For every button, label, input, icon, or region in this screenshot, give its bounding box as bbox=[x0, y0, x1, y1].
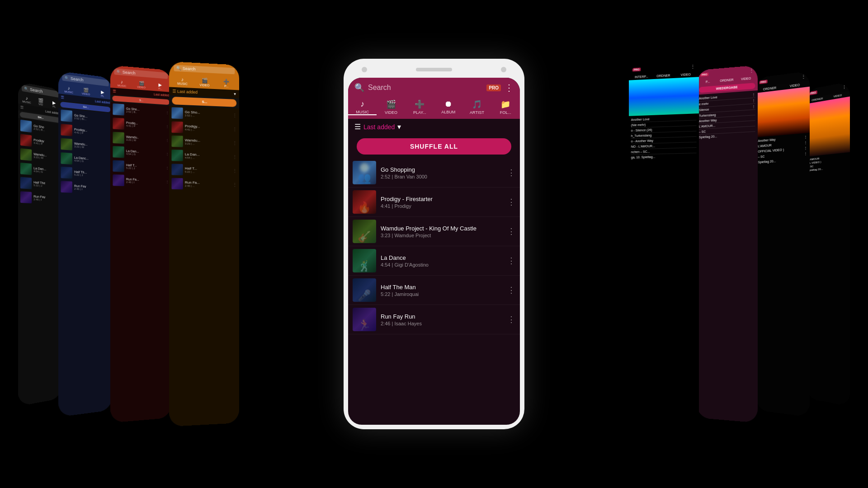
track-meta: 5:22 | Jamiroquai bbox=[381, 291, 503, 297]
bg-pro-r2: PRO bbox=[759, 80, 767, 84]
shuffle-all-button[interactable]: SHUFFLE ALL bbox=[357, 138, 511, 155]
track-info: Wamdue Project - King Of My Castle 3:23 … bbox=[381, 225, 503, 238]
album-tab-icon: ⏺ bbox=[444, 99, 453, 109]
thumb-silhouette: 🎸 bbox=[358, 230, 371, 243]
album-tab-label: ALBUM bbox=[441, 110, 455, 114]
track-meta: 4:54 | Gigi D'Agostino bbox=[381, 262, 503, 267]
tab-video[interactable]: 🎬 VIDEO bbox=[377, 99, 405, 115]
artist-tab-label: ARTIST bbox=[470, 110, 484, 115]
pro-badge[interactable]: PRO bbox=[486, 84, 501, 91]
playlist-tab-icon: ➕ bbox=[415, 99, 425, 109]
track-title: Wamdue Project - King Of My Castle bbox=[381, 225, 503, 232]
chevron-down-icon: ▾ bbox=[397, 122, 401, 131]
track-item: 👥 Go Shopping 2:52 | Bran Van 3000 ⋮ bbox=[348, 158, 520, 188]
track-more-icon[interactable]: ⋮ bbox=[507, 168, 515, 178]
track-meta: 2:52 | Bran Van 3000 bbox=[381, 174, 503, 179]
front-sensor bbox=[501, 67, 506, 72]
track-item: 🎸 Wamdue Project - King Of My Castle 3:2… bbox=[348, 217, 520, 246]
thumb-light bbox=[360, 163, 369, 172]
bg-pro-r3: PRO bbox=[700, 72, 709, 76]
track-meta: 4:41 | Prodigy bbox=[381, 203, 503, 209]
folder-tab-icon: 📁 bbox=[500, 99, 510, 109]
track-thumbnail: 🎸 bbox=[353, 220, 376, 243]
bg-search-text-l4: Search bbox=[183, 66, 196, 71]
bg-phone-left-2: 🔍 Search ♪MUSIC 🎬VIDEO ▶PL ☰ Last added … bbox=[58, 71, 112, 417]
track-title: Run Fay Run bbox=[381, 313, 503, 320]
video-tab-icon: 🎬 bbox=[386, 99, 396, 109]
artist-tab-icon: 🎵 bbox=[472, 99, 482, 109]
sort-bar: ☰ Last added ▾ bbox=[348, 119, 520, 135]
app-header: 🔍 Search PRO ⋮ bbox=[348, 78, 520, 98]
thumb-silhouette: 🔥 bbox=[358, 201, 371, 214]
thumb-silhouette: 🏃 bbox=[358, 319, 371, 331]
bg-search-text-l2: Search bbox=[71, 76, 84, 83]
bg-pro-r4: PRO bbox=[632, 67, 641, 71]
bg-pro-r1: PRO bbox=[809, 90, 817, 95]
track-info: La Dance 4:54 | Gigi D'Agostino bbox=[381, 254, 503, 267]
track-more-icon[interactable]: ⋮ bbox=[507, 197, 515, 207]
tab-artist[interactable]: 🎵 ARTIST bbox=[462, 99, 491, 115]
bg-phone-right-3: PRO ⋮ P... ORDNER VIDEO WIEDERGABE Anoth… bbox=[697, 65, 758, 423]
track-more-icon[interactable]: ⋮ bbox=[507, 226, 515, 236]
track-info: Half The Man 5:22 | Jamiroquai bbox=[381, 284, 503, 297]
bg-shuffle-l4: S... bbox=[172, 97, 236, 107]
track-info: Prodigy - Firestarter 4:41 | Prodigy bbox=[381, 196, 503, 209]
tab-album[interactable]: ⏺ ALBUM bbox=[434, 99, 462, 115]
track-title: Half The Man bbox=[381, 284, 503, 291]
video-tab-label: VIDEO bbox=[385, 110, 397, 115]
playlist-tab-label: PLAY... bbox=[413, 110, 426, 115]
track-thumbnail: 🔥 bbox=[353, 190, 376, 214]
thumb-silhouette: 🕺 bbox=[358, 260, 371, 272]
tab-bar: ♪ MUSIC 🎬 VIDEO ➕ PLAY... ⏺ ALBUM 🎵 ARTI… bbox=[348, 98, 520, 119]
track-thumbnail: 🎤 bbox=[353, 278, 376, 302]
folder-tab-label: FOL... bbox=[500, 110, 511, 115]
track-item: 🎤 Half The Man 5:22 | Jamiroquai ⋮ bbox=[348, 276, 520, 305]
tab-music[interactable]: ♪ MUSIC bbox=[348, 99, 377, 115]
bg-phone-right-1: PRO ⋮ ORDNER VIDEO L'AMOUR AL VIDEO ) – … bbox=[806, 82, 850, 407]
bg-phone-right-2: PRO ⋮ ORDNER VIDEO Another Way⋮ L'AMOUR⋮… bbox=[756, 71, 810, 417]
bg-phone-left-4: 🔍 Search ♪MUSIC 🎬VIDEO ➕P... ☰ Last adde… bbox=[169, 61, 239, 427]
tab-folder[interactable]: 📁 FOL... bbox=[491, 99, 520, 115]
bg-search-text-l1: Search bbox=[30, 87, 42, 94]
track-more-icon[interactable]: ⋮ bbox=[507, 256, 515, 266]
track-info: Go Shopping 2:52 | Bran Van 3000 bbox=[381, 166, 503, 179]
track-more-icon[interactable]: ⋮ bbox=[507, 285, 515, 295]
track-item: 🏃 Run Fay Run 2:46 | Isaac Hayes ⋮ bbox=[348, 305, 520, 334]
track-title: Prodigy - Firestarter bbox=[381, 196, 503, 202]
track-title: Go Shopping bbox=[381, 166, 503, 173]
bg-phone-left-1: 🔍 Search ♪MUSIC 🎬VID ▶PL ☰ Last added SH… bbox=[18, 82, 62, 407]
track-thumbnail: 👥 bbox=[353, 161, 376, 184]
track-list: 👥 Go Shopping 2:52 | Bran Van 3000 ⋮ 🔥 P… bbox=[348, 158, 520, 425]
track-title: La Dance bbox=[381, 254, 503, 261]
track-meta: 2:46 | Isaac Hayes bbox=[381, 321, 503, 326]
track-item: 🕺 La Dance 4:54 | Gigi D'Agostino ⋮ bbox=[348, 246, 520, 276]
music-tab-icon: ♪ bbox=[360, 99, 364, 109]
sort-icon: ☰ bbox=[354, 122, 361, 131]
track-info: Run Fay Run 2:46 | Isaac Hayes bbox=[381, 313, 503, 326]
sort-label: Last added bbox=[363, 123, 395, 131]
front-camera bbox=[362, 67, 367, 72]
track-more-icon[interactable]: ⋮ bbox=[507, 314, 515, 324]
track-thumbnail: 🏃 bbox=[353, 308, 376, 331]
main-phone: 🔍 Search PRO ⋮ ♪ MUSIC 🎬 VIDEO ➕ PLAY...… bbox=[344, 59, 524, 429]
thumb-silhouette: 🎤 bbox=[358, 289, 371, 302]
tab-playlist[interactable]: ➕ PLAY... bbox=[406, 99, 434, 115]
sort-selector[interactable]: ☰ Last added ▾ bbox=[354, 122, 401, 131]
bg-phone-left-3: 🔍 Search ♪MUSIC 🎬VIDEO ▶P... ☰ Last adde… bbox=[110, 65, 171, 423]
search-icon: 🔍 bbox=[354, 83, 364, 93]
track-item: 🔥 Prodigy - Firestarter 4:41 | Prodigy ⋮ bbox=[348, 188, 520, 217]
search-input[interactable]: Search bbox=[368, 84, 483, 92]
phone-screen: 🔍 Search PRO ⋮ ♪ MUSIC 🎬 VIDEO ➕ PLAY...… bbox=[348, 78, 520, 425]
bg-search-text-l3: Search bbox=[123, 70, 136, 75]
phone-speaker bbox=[416, 68, 452, 71]
phone-notch bbox=[348, 63, 520, 76]
track-meta: 3:23 | Wamdue Project bbox=[381, 233, 503, 238]
bg-phone-right-4: PRO ⋮ INTERP... ORDNER VIDEO Another Lov… bbox=[629, 61, 699, 427]
more-options-icon[interactable]: ⋮ bbox=[505, 82, 514, 93]
thumb-silhouette: 👥 bbox=[358, 172, 371, 184]
track-thumbnail: 🕺 bbox=[353, 249, 376, 272]
music-tab-label: MUSIC bbox=[356, 110, 369, 114]
